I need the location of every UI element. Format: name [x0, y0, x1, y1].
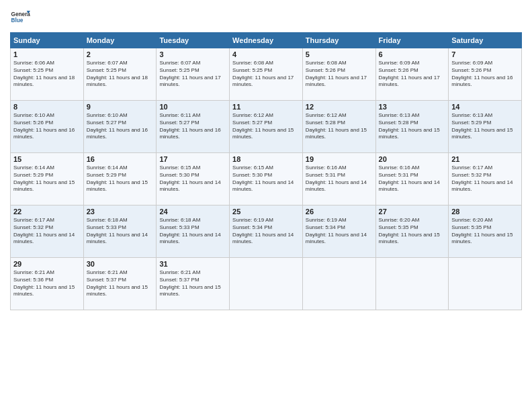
calendar-day-8: 8 Sunrise: 6:10 AM Sunset: 5:26 PM Dayli…: [11, 101, 84, 153]
day-number: 8: [13, 103, 81, 111]
calendar-day-10: 10 Sunrise: 6:11 AM Sunset: 5:27 PM Dayl…: [157, 101, 230, 153]
day-info: Sunrise: 6:14 AM Sunset: 5:29 PM Dayligh…: [87, 165, 154, 193]
day-info: Sunrise: 6:18 AM Sunset: 5:33 PM Dayligh…: [159, 217, 226, 246]
calendar-day-31: 31 Sunrise: 6:21 AM Sunset: 5:37 PM Dayl…: [157, 258, 230, 310]
day-number: 22: [13, 208, 81, 216]
header: General Blue: [10, 7, 522, 27]
day-info: Sunrise: 6:21 AM Sunset: 5:37 PM Dayligh…: [159, 269, 226, 298]
day-number: 16: [87, 155, 154, 163]
calendar-day-24: 24 Sunrise: 6:18 AM Sunset: 5:33 PM Dayl…: [157, 205, 230, 258]
empty-cell: [375, 258, 449, 310]
day-info: Sunrise: 6:20 AM Sunset: 5:35 PM Dayligh…: [451, 217, 519, 246]
day-number: 23: [87, 208, 154, 216]
day-number: 26: [306, 208, 373, 216]
day-info: Sunrise: 6:15 AM Sunset: 5:30 PM Dayligh…: [159, 165, 226, 193]
calendar-week-2: 8 Sunrise: 6:10 AM Sunset: 5:26 PM Dayli…: [11, 101, 522, 153]
day-info: Sunrise: 6:11 AM Sunset: 5:27 PM Dayligh…: [159, 112, 226, 141]
day-number: 13: [379, 103, 446, 111]
weekday-header-sunday: Sunday: [11, 33, 84, 48]
calendar-day-17: 17 Sunrise: 6:15 AM Sunset: 5:30 PM Dayl…: [157, 153, 230, 205]
day-info: Sunrise: 6:14 AM Sunset: 5:29 PM Dayligh…: [13, 165, 81, 193]
calendar-day-20: 20 Sunrise: 6:16 AM Sunset: 5:31 PM Dayl…: [375, 153, 449, 205]
calendar-table: SundayMondayTuesdayWednesdayThursdayFrid…: [10, 32, 522, 310]
calendar-day-18: 18 Sunrise: 6:15 AM Sunset: 5:30 PM Dayl…: [230, 153, 303, 205]
day-number: 20: [379, 155, 446, 163]
day-number: 9: [87, 103, 154, 111]
logo: General Blue: [10, 7, 30, 27]
calendar-day-19: 19 Sunrise: 6:16 AM Sunset: 5:31 PM Dayl…: [302, 153, 375, 205]
calendar-day-27: 27 Sunrise: 6:20 AM Sunset: 5:35 PM Dayl…: [375, 205, 449, 258]
day-number: 14: [451, 103, 519, 111]
day-number: 12: [306, 103, 373, 111]
weekday-header-tuesday: Tuesday: [157, 33, 230, 48]
calendar-day-30: 30 Sunrise: 6:21 AM Sunset: 5:37 PM Dayl…: [83, 258, 157, 310]
calendar-day-25: 25 Sunrise: 6:19 AM Sunset: 5:34 PM Dayl…: [230, 205, 303, 258]
calendar-day-3: 3 Sunrise: 6:07 AM Sunset: 5:25 PM Dayli…: [157, 48, 230, 101]
calendar-day-29: 29 Sunrise: 6:21 AM Sunset: 5:36 PM Dayl…: [11, 258, 84, 310]
day-info: Sunrise: 6:13 AM Sunset: 5:28 PM Dayligh…: [379, 112, 446, 141]
day-number: 19: [306, 155, 373, 163]
day-info: Sunrise: 6:19 AM Sunset: 5:34 PM Dayligh…: [306, 217, 373, 246]
day-number: 31: [159, 260, 226, 268]
day-info: Sunrise: 6:13 AM Sunset: 5:29 PM Dayligh…: [451, 112, 519, 141]
calendar-day-9: 9 Sunrise: 6:10 AM Sunset: 5:27 PM Dayli…: [83, 101, 157, 153]
day-info: Sunrise: 6:08 AM Sunset: 5:26 PM Dayligh…: [306, 60, 373, 89]
calendar-week-1: 1 Sunrise: 6:06 AM Sunset: 5:25 PM Dayli…: [11, 48, 522, 101]
day-info: Sunrise: 6:21 AM Sunset: 5:36 PM Dayligh…: [13, 269, 81, 298]
calendar-day-21: 21 Sunrise: 6:17 AM Sunset: 5:32 PM Dayl…: [449, 153, 522, 205]
day-info: Sunrise: 6:17 AM Sunset: 5:32 PM Dayligh…: [13, 217, 81, 246]
calendar-day-5: 5 Sunrise: 6:08 AM Sunset: 5:26 PM Dayli…: [302, 48, 375, 101]
day-info: Sunrise: 6:17 AM Sunset: 5:32 PM Dayligh…: [451, 165, 519, 193]
day-info: Sunrise: 6:18 AM Sunset: 5:33 PM Dayligh…: [87, 217, 154, 246]
empty-cell: [230, 258, 303, 310]
day-number: 21: [451, 155, 519, 163]
calendar-day-15: 15 Sunrise: 6:14 AM Sunset: 5:29 PM Dayl…: [11, 153, 84, 205]
calendar-day-1: 1 Sunrise: 6:06 AM Sunset: 5:25 PM Dayli…: [11, 48, 84, 101]
day-number: 2: [87, 50, 154, 58]
calendar-week-5: 29 Sunrise: 6:21 AM Sunset: 5:36 PM Dayl…: [11, 258, 522, 310]
day-info: Sunrise: 6:06 AM Sunset: 5:25 PM Dayligh…: [13, 60, 81, 89]
calendar-day-7: 7 Sunrise: 6:09 AM Sunset: 5:26 PM Dayli…: [449, 48, 522, 101]
calendar-day-12: 12 Sunrise: 6:12 AM Sunset: 5:28 PM Dayl…: [302, 101, 375, 153]
day-info: Sunrise: 6:09 AM Sunset: 5:26 PM Dayligh…: [451, 60, 519, 89]
day-number: 30: [87, 260, 154, 268]
calendar-day-22: 22 Sunrise: 6:17 AM Sunset: 5:32 PM Dayl…: [11, 205, 84, 258]
calendar-day-16: 16 Sunrise: 6:14 AM Sunset: 5:29 PM Dayl…: [83, 153, 157, 205]
day-number: 25: [232, 208, 300, 216]
weekday-header-wednesday: Wednesday: [230, 33, 303, 48]
day-number: 5: [306, 50, 373, 58]
day-number: 15: [13, 155, 81, 163]
day-info: Sunrise: 6:10 AM Sunset: 5:27 PM Dayligh…: [87, 112, 154, 141]
calendar-day-26: 26 Sunrise: 6:19 AM Sunset: 5:34 PM Dayl…: [302, 205, 375, 258]
day-number: 28: [451, 208, 519, 216]
day-number: 6: [379, 50, 446, 58]
day-number: 4: [232, 50, 300, 58]
day-number: 24: [159, 208, 226, 216]
calendar-day-13: 13 Sunrise: 6:13 AM Sunset: 5:28 PM Dayl…: [375, 101, 449, 153]
day-number: 18: [232, 155, 300, 163]
weekday-header-thursday: Thursday: [302, 33, 375, 48]
day-number: 1: [13, 50, 81, 58]
day-info: Sunrise: 6:21 AM Sunset: 5:37 PM Dayligh…: [87, 269, 154, 298]
day-number: 29: [13, 260, 81, 268]
day-info: Sunrise: 6:12 AM Sunset: 5:28 PM Dayligh…: [306, 112, 373, 141]
day-info: Sunrise: 6:08 AM Sunset: 5:25 PM Dayligh…: [232, 60, 300, 89]
day-number: 3: [159, 50, 226, 58]
weekday-header-row: SundayMondayTuesdayWednesdayThursdayFrid…: [11, 33, 522, 48]
day-number: 17: [159, 155, 226, 163]
empty-cell: [302, 258, 375, 310]
weekday-header-friday: Friday: [375, 33, 449, 48]
day-info: Sunrise: 6:19 AM Sunset: 5:34 PM Dayligh…: [232, 217, 300, 246]
weekday-header-monday: Monday: [83, 33, 157, 48]
calendar-week-4: 22 Sunrise: 6:17 AM Sunset: 5:32 PM Dayl…: [11, 205, 522, 258]
day-info: Sunrise: 6:07 AM Sunset: 5:25 PM Dayligh…: [87, 60, 154, 89]
calendar-day-14: 14 Sunrise: 6:13 AM Sunset: 5:29 PM Dayl…: [449, 101, 522, 153]
empty-cell: [449, 258, 522, 310]
day-number: 10: [159, 103, 226, 111]
calendar-day-11: 11 Sunrise: 6:12 AM Sunset: 5:27 PM Dayl…: [230, 101, 303, 153]
day-info: Sunrise: 6:09 AM Sunset: 5:26 PM Dayligh…: [379, 60, 446, 89]
day-info: Sunrise: 6:07 AM Sunset: 5:25 PM Dayligh…: [159, 60, 226, 89]
day-info: Sunrise: 6:10 AM Sunset: 5:26 PM Dayligh…: [13, 112, 81, 141]
weekday-header-saturday: Saturday: [449, 33, 522, 48]
calendar-day-4: 4 Sunrise: 6:08 AM Sunset: 5:25 PM Dayli…: [230, 48, 303, 101]
